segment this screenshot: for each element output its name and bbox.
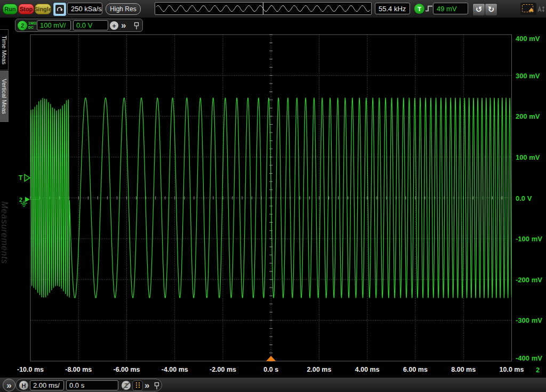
stop-button[interactable]: Stop xyxy=(18,4,34,14)
trigger-level-marker[interactable]: T xyxy=(19,174,30,182)
zoom-disabled-button[interactable]: Z xyxy=(122,381,131,390)
trigger-frequency-display: 55.4 kHz xyxy=(375,3,410,14)
x-axis-label: 6.00 ms xyxy=(403,366,428,373)
x-axis-label: -6.00 ms xyxy=(113,366,140,373)
channel2-badge[interactable]: 2 xyxy=(18,21,27,30)
selection-tool-button[interactable] xyxy=(520,3,536,15)
graticule xyxy=(30,35,512,361)
scope-graticule-and-trace: T2 xyxy=(0,0,546,378)
timebase-channel-indicator: 2 xyxy=(536,366,540,374)
svg-text:T: T xyxy=(19,174,23,182)
x-axis-label: 8.00 ms xyxy=(451,366,476,373)
waveform-trace xyxy=(30,98,512,298)
y-axis-label: 300 mV xyxy=(516,72,540,80)
x-axis-label: -8.00 ms xyxy=(65,366,92,373)
measurements-watermark: Measurements xyxy=(0,201,9,318)
svg-text:2: 2 xyxy=(19,197,22,203)
top-toolbar: Run Stop Single 250 kSa/s High Res 55.4 … xyxy=(0,0,546,18)
auto-vertical-icon[interactable] xyxy=(537,3,545,14)
pin-icon[interactable] xyxy=(154,382,160,392)
y-axis-label: 400 mV xyxy=(516,35,540,43)
oscilloscope-app: Run Stop Single 250 kSa/s High Res 55.4 … xyxy=(0,0,546,392)
pin-icon[interactable] xyxy=(133,22,140,32)
run-button[interactable]: Run xyxy=(3,4,18,14)
y-axis-label: 100 mV xyxy=(516,153,540,161)
tab-vertical-meas[interactable]: Vertical Meas xyxy=(0,71,9,122)
x-axis-label: -2.00 ms xyxy=(210,366,236,373)
auto-scale-button[interactable] xyxy=(53,3,66,16)
sample-rate-display: 250 kSa/s xyxy=(67,3,102,14)
expand-chevrons-icon[interactable]: » xyxy=(121,21,126,30)
waveform-preview-trace xyxy=(155,3,371,14)
delay-display[interactable]: 0.0 s xyxy=(66,380,118,390)
auto-scale-arrow-icon xyxy=(55,5,64,14)
dotted-line-icon xyxy=(139,382,140,389)
trigger-badge[interactable]: T xyxy=(414,4,424,14)
y-axis-label: 0.0 V xyxy=(516,194,532,202)
horizontal-control-group: H 2.00 ms/ 0.0 s Z » xyxy=(15,379,162,391)
trigger-time-marker[interactable] xyxy=(266,356,276,361)
add-channel-button[interactable]: + xyxy=(110,21,118,30)
x-axis-label: 0.0 s xyxy=(263,366,278,373)
coupling-impedance-label: 1MΩ DC xyxy=(28,21,36,30)
channel2-offset-display[interactable]: 0.0 V xyxy=(73,20,108,30)
redo-button[interactable]: ↻ xyxy=(485,3,497,16)
bottom-toolbar: » H 2.00 ms/ 0.0 s Z » xyxy=(0,377,546,392)
acquisition-mode-button[interactable]: High Res xyxy=(106,3,141,15)
y-axis-label: -400 mV xyxy=(516,354,542,362)
x-axis-label: 10.0 ms xyxy=(500,366,524,373)
x-axis-label: -4.00 ms xyxy=(162,366,188,373)
channel2-ground-marker[interactable]: 2 xyxy=(19,197,41,207)
x-axis-label: 2.00 ms xyxy=(307,366,332,373)
horizontal-chevrons-icon[interactable]: » xyxy=(144,381,149,390)
undo-button[interactable]: ↺ xyxy=(472,3,485,16)
x-axis-label: -10.0 ms xyxy=(17,366,44,373)
timebase-display[interactable]: 2.00 ms/ xyxy=(30,380,64,390)
waveform-preview[interactable] xyxy=(155,2,372,15)
y-axis-label: -300 mV xyxy=(516,316,542,324)
search-events-button[interactable] xyxy=(132,380,143,391)
trigger-level-display[interactable]: 49 mV xyxy=(433,3,468,14)
tab-time-meas[interactable]: Time Meas xyxy=(0,29,9,70)
channel2-scale-display[interactable]: 100 mV/ xyxy=(37,20,71,30)
y-axis-label: -100 mV xyxy=(516,235,542,243)
channel2-control-group: 2 1MΩ DC 100 mV/ 0.0 V + » xyxy=(15,19,143,32)
y-axis-label: 200 mV xyxy=(516,112,540,120)
single-button[interactable]: Single xyxy=(35,4,51,14)
rising-edge-icon xyxy=(425,5,433,14)
horizontal-badge[interactable]: H xyxy=(19,381,28,390)
dotted-line-icon xyxy=(136,382,137,389)
y-axis-label: -200 mV xyxy=(516,276,542,284)
horizontal-expand-button[interactable]: » xyxy=(3,379,15,391)
x-axis-label: 4.00 ms xyxy=(355,366,380,373)
